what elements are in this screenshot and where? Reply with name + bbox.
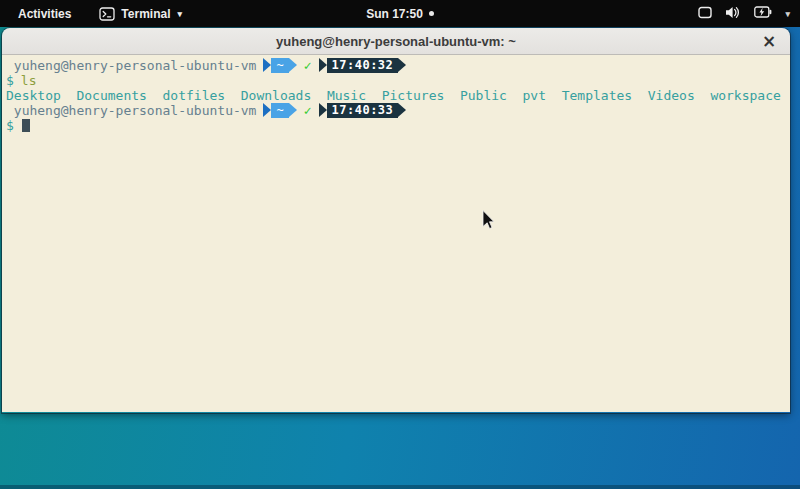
powerline-arrow-icon [319, 58, 327, 72]
powerline-arrow-icon [263, 58, 271, 72]
prompt-symbol: $ [6, 118, 14, 133]
prompt-line: yuheng@henry-personal-ubuntu-vm ~ ✓ 17:4… [6, 103, 786, 118]
powerline-arrow-icon [289, 58, 297, 72]
chevron-down-icon: ▾ [785, 9, 790, 19]
battery-charging-icon [754, 6, 772, 21]
clock-button[interactable]: Sun 17:50 [366, 7, 434, 21]
desktop: Activities Terminal ▾ Sun 17:50 [0, 0, 800, 489]
directory-name: Downloads [241, 88, 311, 103]
clock-area: Sun 17:50 [0, 7, 800, 21]
current-directory: ~ [271, 58, 288, 73]
directory-name: Templates [562, 88, 632, 103]
powerline-arrow-icon [319, 103, 327, 117]
terminal-cursor [22, 119, 30, 132]
directory-name: Public [460, 88, 507, 103]
powerline-directory-segment: ~ [263, 58, 296, 73]
powerline-time-segment: 17:40:32 [319, 58, 407, 73]
command-line: $ [6, 118, 786, 133]
window-titlebar[interactable]: yuheng@henry-personal-ubuntu-vm: ~ × [2, 28, 790, 55]
command-line: $ ls [6, 73, 786, 88]
prompt-timestamp: 17:40:33 [327, 103, 399, 118]
directory-name: workspace [710, 88, 780, 103]
current-directory: ~ [271, 103, 288, 118]
status-check-icon: ✓ [304, 58, 312, 73]
typed-command: ls [21, 73, 37, 88]
top-bar: Activities Terminal ▾ Sun 17:50 [0, 0, 800, 27]
status-check-icon: ✓ [304, 103, 312, 118]
ls-output-line: DesktopDocumentsdotfilesDownloadsMusicPi… [6, 88, 786, 103]
prompt-timestamp: 17:40:32 [327, 58, 399, 73]
directory-name: Music [327, 88, 366, 103]
directory-name: Desktop [6, 88, 61, 103]
directory-name: Documents [76, 88, 146, 103]
prompt-line: yuheng@henry-personal-ubuntu-vm ~ ✓ 17:4… [6, 58, 786, 73]
terminal-window: yuheng@henry-personal-ubuntu-vm: ~ × yuh… [2, 28, 790, 413]
prompt-user-host: yuheng@henry-personal-ubuntu-vm [14, 58, 257, 73]
directory-name: dotfiles [163, 88, 226, 103]
powerline-arrow-icon [263, 103, 271, 117]
system-tray[interactable]: ▾ [698, 0, 790, 27]
prompt-symbol: $ [6, 73, 14, 88]
prompt-user-host: yuheng@henry-personal-ubuntu-vm [14, 103, 257, 118]
clock-label: Sun 17:50 [366, 7, 423, 21]
mouse-pointer-icon [482, 210, 495, 234]
powerline-arrow-icon [289, 103, 297, 117]
close-button[interactable]: × [756, 28, 782, 54]
notification-dot-icon [429, 11, 434, 16]
powerline-arrow-icon [398, 58, 406, 72]
terminal-content[interactable]: yuheng@henry-personal-ubuntu-vm ~ ✓ 17:4… [2, 55, 790, 412]
screen-icon [698, 6, 712, 22]
volume-icon [725, 6, 741, 22]
directory-name: Videos [648, 88, 695, 103]
directory-name: pvt [523, 88, 546, 103]
powerline-time-segment: 17:40:33 [319, 103, 407, 118]
directory-name: Pictures [382, 88, 445, 103]
window-title: yuheng@henry-personal-ubuntu-vm: ~ [276, 34, 516, 49]
powerline-directory-segment: ~ [263, 103, 296, 118]
powerline-arrow-icon [398, 103, 406, 117]
